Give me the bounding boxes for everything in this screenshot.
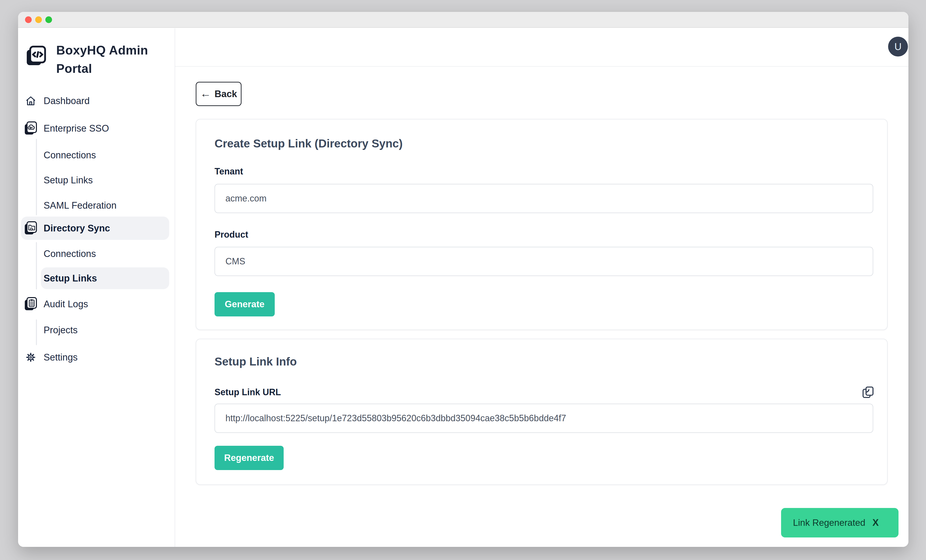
traffic-light-close-icon[interactable] [25,17,32,23]
regenerate-button[interactable]: Regenerate [215,446,284,470]
sidebar-item-label: SAML Federation [44,200,117,211]
sidebar-item-dsync-connections[interactable]: Connections [44,246,96,262]
toast-notification: Link Regenerated X [781,508,899,537]
indent-line-audit [36,319,37,345]
product-label: Product [215,229,248,241]
sidebar-item-enterprise-sso[interactable]: Enterprise SSO [24,121,109,136]
toast-close-button[interactable]: X [871,517,880,528]
sidebar-item-sso-connections[interactable]: Connections [44,147,96,163]
copy-button[interactable] [862,386,875,399]
sidebar-item-label: Audit Logs [44,299,88,309]
sidebar-item-label: Enterprise SSO [44,123,109,134]
app-title: BoxyHQ Admin Portal [56,41,165,78]
card-title: Setup Link Info [215,354,297,369]
sidebar-item-saml-federation[interactable]: SAML Federation [44,198,117,213]
back-arrow-icon: ← [200,88,211,99]
product-input[interactable] [215,247,873,276]
sidebar-item-label: Setup Links [44,175,93,186]
toast-message: Link Regenerated [793,518,865,528]
main-content: U ← Back Create Setup Link (Directory Sy… [175,28,908,547]
sidebar-item-sso-setup-links[interactable]: Setup Links [44,173,93,188]
create-setup-link-card: Create Setup Link (Directory Sync) Tenan… [196,119,888,330]
app-window: BoxyHQ Admin Portal Dashboard [18,12,908,547]
clipboard-icon [24,297,37,311]
sidebar-item-dsync-setup-links[interactable]: Setup Links [44,271,97,286]
generate-button[interactable]: Generate [215,292,275,316]
window-titlebar [18,12,908,28]
sidebar-item-label: Setup Links [44,273,97,284]
setup-link-info-card: Setup Link Info Setup Link URL Regenerat… [196,339,888,485]
sidebar-item-projects[interactable]: Projects [44,322,77,338]
sidebar-item-directory-sync[interactable]: Directory Sync [24,221,110,236]
folder-sync-icon [24,221,37,235]
back-button[interactable]: ← Back [196,82,242,106]
screen: { "window": { "traffic_lights": ["close"… [0,0,926,560]
tenant-label: Tenant [215,166,243,177]
indent-line-dsync [36,242,37,289]
sidebar: BoxyHQ Admin Portal Dashboard [18,28,175,547]
boxyhq-logo-icon [26,45,47,67]
sidebar-item-label: Projects [44,325,77,336]
tenant-input[interactable] [215,184,873,213]
traffic-light-zoom-icon[interactable] [45,17,52,23]
top-header: U [175,28,908,67]
sidebar-item-label: Directory Sync [44,223,110,234]
setup-link-url-input[interactable] [215,404,873,433]
sidebar-item-dashboard[interactable]: Dashboard [24,93,90,109]
sidebar-item-label: Connections [44,150,96,160]
sidebar-item-label: Connections [44,248,96,259]
back-button-label: Back [215,89,237,99]
sidebar-item-audit-logs[interactable]: Audit Logs [24,297,88,312]
sidebar-item-label: Settings [44,352,77,363]
setup-link-url-label: Setup Link URL [215,386,281,398]
card-title: Create Setup Link (Directory Sync) [215,136,402,151]
user-avatar[interactable]: U [888,37,908,56]
sidebar-item-label: Dashboard [44,95,90,106]
copy-icon [862,386,875,399]
sso-cloud-key-icon [24,121,37,136]
home-icon [24,95,37,107]
traffic-light-minimize-icon[interactable] [35,17,42,23]
gear-icon [24,351,37,363]
indent-line-sso [36,139,37,215]
sidebar-item-settings[interactable]: Settings [24,350,77,365]
